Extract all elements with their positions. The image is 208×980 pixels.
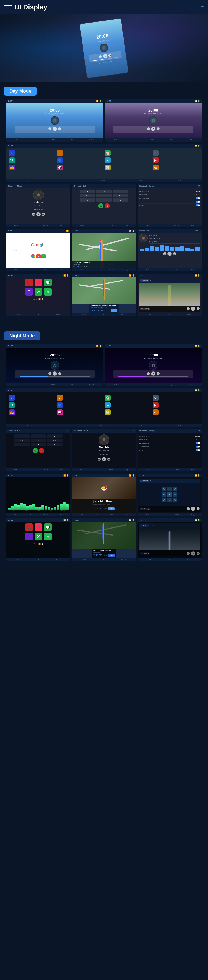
nbts-pw-toggle[interactable] <box>196 449 200 451</box>
nnm-go-button[interactable]: GO <box>108 554 115 557</box>
ndial-7[interactable]: 7 <box>14 443 30 446</box>
nbtm-play[interactable]: ▶ <box>102 457 106 461</box>
sm-next[interactable]: ▶▶ <box>173 252 176 255</box>
ss1-next[interactable]: ▶▶ <box>58 127 61 130</box>
nhangup-button[interactable]: 📵 <box>39 448 44 453</box>
play-button[interactable]: ⏸ <box>103 54 108 59</box>
nfood-go-button[interactable]: GO <box>108 507 115 510</box>
sm-track-2[interactable]: 华东_对视_3.mp3 <box>149 237 200 240</box>
ndial-6[interactable]: 6→ <box>47 439 62 442</box>
nbts-aa-toggle[interactable] <box>196 442 200 444</box>
cp-maps[interactable]: 🗺 <box>35 288 42 296</box>
ntn-prev[interactable]: ◀◀ <box>187 507 190 510</box>
call-button[interactable]: 📞 <box>98 203 103 208</box>
ns1-prev[interactable]: ◀◀ <box>48 372 51 375</box>
n-app-social[interactable]: 💬 <box>57 409 63 415</box>
n-app-music[interactable]: ♪ <box>57 395 63 401</box>
sm-play[interactable]: ▶ <box>167 251 172 256</box>
bts-aa-toggle[interactable] <box>196 197 200 199</box>
n-app-news[interactable]: 📰 <box>105 409 110 415</box>
app-telegram[interactable]: ✈ <box>9 150 15 156</box>
cp-spotify[interactable]: ♫ <box>44 288 52 296</box>
bts-pw-toggle[interactable] <box>196 204 200 207</box>
dial-0[interactable]: 0 <box>113 198 128 202</box>
app-social[interactable]: 💬 <box>57 165 63 170</box>
ncp-phone[interactable]: 📞 <box>25 523 33 531</box>
sm-track-1[interactable]: 华东_对视.mp3 <box>149 234 200 237</box>
prev-button[interactable]: ◀◀ <box>98 55 102 59</box>
ntn-next[interactable]: ▶▶ <box>197 507 200 510</box>
app-video[interactable]: ▶ <box>153 157 159 163</box>
gmail-icon[interactable]: M <box>36 254 41 258</box>
ncall-button[interactable]: 📞 <box>33 448 38 453</box>
ncp-messages[interactable]: 💬 <box>44 523 52 531</box>
ss1-play[interactable]: ⏸ <box>53 127 57 131</box>
nbtm-next[interactable]: ▶▶ <box>107 458 110 461</box>
ss2-next[interactable]: ▶▶ <box>157 127 160 130</box>
ns2-next[interactable]: ▶▶ <box>157 372 160 375</box>
ss2-play[interactable]: ⏸ <box>151 127 155 131</box>
ndial-5[interactable]: 5 <box>31 439 46 442</box>
ns1-play[interactable]: ⏸ <box>53 371 57 376</box>
ns1-next[interactable]: ▶▶ <box>58 372 61 375</box>
cp-music[interactable]: 🎵 <box>35 278 42 286</box>
np-play[interactable]: ▶ <box>191 307 195 311</box>
ss2-prev[interactable]: ◀◀ <box>147 127 150 130</box>
n-app-settings[interactable]: ⚙ <box>153 395 159 401</box>
ndial-0[interactable]: 0 <box>47 443 62 446</box>
cp-podcasts[interactable]: 🎙 <box>25 288 33 296</box>
ndial-1[interactable]: 1 <box>14 434 30 438</box>
app-photos[interactable]: 🌸 <box>105 150 110 156</box>
sm-prev[interactable]: ◀◀ <box>163 252 166 255</box>
app-radio[interactable]: 📻 <box>9 165 15 170</box>
nrnp-next[interactable]: ▶▶ <box>197 552 200 555</box>
ndial-3[interactable]: 3 <box>47 434 62 438</box>
dial-7[interactable]: 7 <box>80 198 95 202</box>
np-next[interactable]: ▶▶ <box>197 307 200 310</box>
sm-track-3[interactable]: 华东_0.mp3 <box>149 240 200 243</box>
app-news[interactable]: 📰 <box>105 165 110 170</box>
n-app-bt[interactable]: 🔵 <box>57 402 63 408</box>
ns2-prev[interactable]: ◀◀ <box>147 372 150 375</box>
ncp-podcasts[interactable]: 🎙 <box>25 533 33 541</box>
hangup-button[interactable]: 📵 <box>105 203 110 208</box>
ncp-spotify[interactable]: ♫ <box>44 533 52 541</box>
dial-3[interactable]: 3 <box>113 190 128 193</box>
app-settings[interactable]: ⚙ <box>153 150 159 156</box>
nav-icon[interactable]: ≡ <box>201 4 204 10</box>
n-app-video[interactable]: ▶ <box>153 402 159 408</box>
cp-messages[interactable]: 💬 <box>44 278 52 286</box>
app-weather[interactable]: ☁ <box>105 157 110 163</box>
btm-next[interactable]: ▶▶ <box>42 213 45 216</box>
n-app-radio[interactable]: 📻 <box>9 409 15 415</box>
cp-phone[interactable]: 📞 <box>25 278 33 286</box>
dial-8[interactable]: 8 <box>96 198 112 202</box>
n-app-weather[interactable]: ☁ <box>105 402 110 408</box>
app-bt[interactable]: 🔵 <box>57 157 63 163</box>
next-button[interactable]: ▶▶ <box>108 54 112 57</box>
chrome-icon[interactable] <box>31 254 35 258</box>
ss1-prev[interactable]: ◀◀ <box>48 127 51 130</box>
n-app-store[interactable]: 🛍 <box>153 409 159 415</box>
btm-play[interactable]: ▶ <box>36 212 41 216</box>
dial-4[interactable]: 4← <box>80 194 95 197</box>
nrnp-play[interactable]: ▶ <box>191 551 195 555</box>
nbtm-prev[interactable]: ◀◀ <box>98 458 101 461</box>
dial-5[interactable]: 5 <box>96 194 112 197</box>
google-search-bar[interactable]: 🔍 Search... <box>12 249 65 253</box>
n-app-telegram[interactable]: ✈ <box>9 395 15 401</box>
maps-icon[interactable]: 📍 <box>41 254 46 258</box>
ntn-play[interactable]: ▶ <box>191 507 195 511</box>
bts-ac-toggle[interactable] <box>196 201 200 203</box>
app-store[interactable]: 🛍 <box>153 165 159 170</box>
nrnp-prev[interactable]: ◀◀ <box>187 552 190 555</box>
n-app-photos[interactable]: 🌸 <box>105 395 110 401</box>
ndial-8[interactable]: 8 <box>31 443 46 446</box>
ndial-2[interactable]: 2→ <box>31 434 46 438</box>
app-music[interactable]: ♪ <box>57 150 63 156</box>
nbts-ac-toggle[interactable] <box>196 445 200 448</box>
n-app-maps[interactable]: 🗺 <box>9 402 15 408</box>
app-maps[interactable]: 🗺 <box>9 157 15 163</box>
np-prev[interactable]: ◀◀ <box>187 307 190 310</box>
ncp-music[interactable]: 🎵 <box>35 523 42 531</box>
